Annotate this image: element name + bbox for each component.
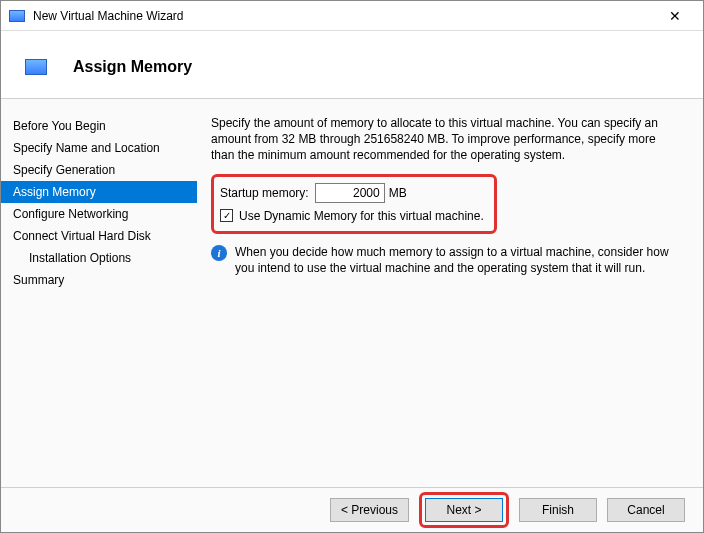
sidebar-item-installation-options[interactable]: Installation Options [1,247,197,269]
info-icon: i [211,245,227,261]
sidebar-item-summary[interactable]: Summary [1,269,197,291]
sidebar-item-configure-networking[interactable]: Configure Networking [1,203,197,225]
wizard-content: Specify the amount of memory to allocate… [197,99,703,487]
info-row: i When you decide how much memory to ass… [211,244,679,276]
previous-button[interactable]: < Previous [330,498,409,522]
sidebar-item-specify-name-location[interactable]: Specify Name and Location [1,137,197,159]
info-text: When you decide how much memory to assig… [235,244,679,276]
sidebar-item-connect-vhd[interactable]: Connect Virtual Hard Disk [1,225,197,247]
previous-wrap: < Previous [330,498,409,522]
finish-button[interactable]: Finish [519,498,597,522]
cancel-wrap: Cancel [607,498,685,522]
close-button[interactable]: ✕ [655,2,695,30]
dynamic-memory-row: ✓ Use Dynamic Memory for this virtual ma… [220,209,484,223]
startup-memory-label: Startup memory: [220,186,309,200]
sidebar-item-assign-memory[interactable]: Assign Memory [1,181,197,203]
finish-wrap: Finish [519,498,597,522]
sidebar-item-before-you-begin[interactable]: Before You Begin [1,115,197,137]
app-icon [9,10,25,22]
title-bar: New Virtual Machine Wizard ✕ [1,1,703,31]
wizard-icon [25,59,47,75]
wizard-footer: < Previous Next > Finish Cancel [1,488,703,532]
main-area: Before You Begin Specify Name and Locati… [1,99,703,488]
memory-settings-highlight: Startup memory: MB ✓ Use Dynamic Memory … [211,174,497,234]
page-title: Assign Memory [73,58,192,76]
next-button[interactable]: Next > [425,498,503,522]
startup-memory-input[interactable] [315,183,385,203]
dynamic-memory-label: Use Dynamic Memory for this virtual mach… [239,209,484,223]
sidebar-item-specify-generation[interactable]: Specify Generation [1,159,197,181]
startup-memory-unit: MB [389,186,407,200]
wizard-steps-sidebar: Before You Begin Specify Name and Locati… [1,99,197,487]
wizard-header: Assign Memory [1,31,703,99]
cancel-button[interactable]: Cancel [607,498,685,522]
dynamic-memory-checkbox[interactable]: ✓ [220,209,233,222]
window-title: New Virtual Machine Wizard [33,9,655,23]
memory-description: Specify the amount of memory to allocate… [211,115,679,164]
next-highlight: Next > [419,492,509,528]
startup-memory-row: Startup memory: MB [220,183,484,203]
